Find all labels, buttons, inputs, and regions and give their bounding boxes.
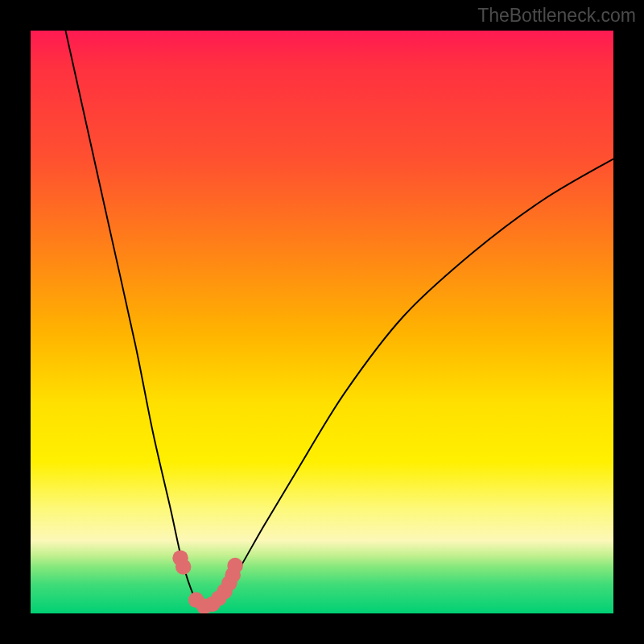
bottleneck-curve [65,31,613,608]
marker-group [172,550,243,613]
bottleneck-curve-svg [31,31,613,613]
curve-marker [227,558,243,574]
curve-marker [175,559,192,575]
plot-area [31,31,613,613]
chart-frame: TheBottleneck.com [0,0,644,644]
watermark-text: TheBottleneck.com [477,5,636,27]
